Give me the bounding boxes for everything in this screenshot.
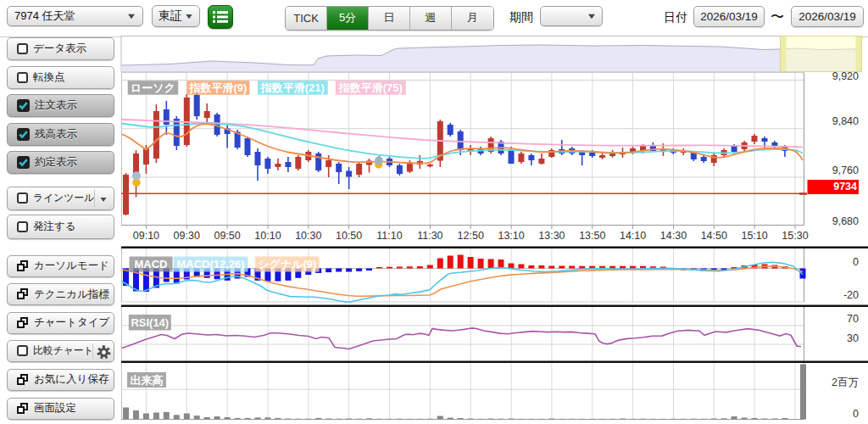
svg-text:指数平滑(75): 指数平滑(75) xyxy=(338,81,403,94)
svg-text:13:50: 13:50 xyxy=(579,230,605,242)
svg-text:指数平滑(21): 指数平滑(21) xyxy=(260,81,325,94)
svg-text:出来高: 出来高 xyxy=(131,374,164,387)
svg-text:12:50: 12:50 xyxy=(458,230,484,242)
svg-text:9734: 9734 xyxy=(833,181,857,192)
svg-text:13:30: 13:30 xyxy=(538,230,565,242)
svg-text:0: 0 xyxy=(853,408,859,420)
svg-text:9,760: 9,760 xyxy=(832,165,859,176)
svg-text:9,840: 9,840 xyxy=(832,115,859,127)
svg-text:15:10: 15:10 xyxy=(741,230,767,242)
svg-text:9,680: 9,680 xyxy=(832,215,859,227)
svg-text:MACD: MACD xyxy=(135,258,168,271)
svg-text:10:30: 10:30 xyxy=(295,230,321,242)
svg-text:14:50: 14:50 xyxy=(701,230,727,242)
svg-text:70: 70 xyxy=(847,313,859,325)
svg-text:10:50: 10:50 xyxy=(336,230,362,242)
svg-text:30: 30 xyxy=(847,332,859,344)
svg-text:09:50: 09:50 xyxy=(214,230,240,242)
svg-text:-20: -20 xyxy=(843,289,859,301)
svg-text:11:10: 11:10 xyxy=(376,230,402,242)
svg-text:15:30: 15:30 xyxy=(782,230,808,242)
svg-text:指数平滑(9): 指数平滑(9) xyxy=(188,81,247,94)
svg-text:14:30: 14:30 xyxy=(660,230,687,242)
svg-text:11:30: 11:30 xyxy=(417,230,442,242)
svg-text:シグナル(9): シグナル(9) xyxy=(258,258,316,271)
svg-text:09:30: 09:30 xyxy=(174,230,200,242)
svg-text:RSI(14): RSI(14) xyxy=(131,316,169,329)
svg-text:2百万: 2百万 xyxy=(832,377,859,388)
svg-text:14:10: 14:10 xyxy=(620,230,646,242)
svg-text:9,920: 9,920 xyxy=(832,70,859,82)
svg-text:10:10: 10:10 xyxy=(254,230,281,242)
svg-text:09:10: 09:10 xyxy=(133,230,159,242)
svg-text:ローソク: ローソク xyxy=(131,81,175,94)
svg-text:13:10: 13:10 xyxy=(498,230,524,242)
svg-text:MACD(12,26): MACD(12,26) xyxy=(177,258,245,271)
svg-text:0: 0 xyxy=(853,256,859,268)
